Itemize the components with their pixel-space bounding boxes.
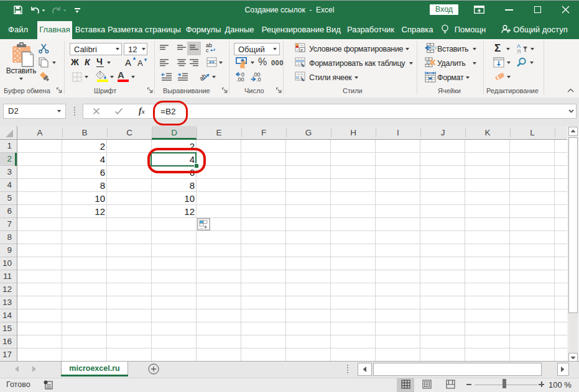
svg-text:,00: ,00	[236, 76, 244, 81]
svg-text:c: c	[206, 47, 209, 53]
svg-text:Я: Я	[517, 48, 521, 54]
svg-text:,0: ,0	[256, 76, 261, 81]
svg-text:≠: ≠	[301, 48, 303, 52]
